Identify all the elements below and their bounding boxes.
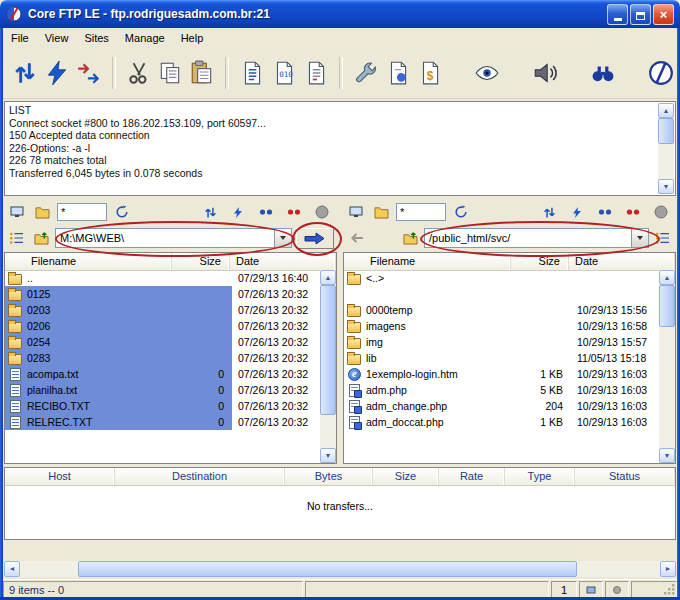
- quick-connect-button[interactable]: [41, 55, 73, 91]
- scroll-thumb[interactable]: [658, 118, 674, 144]
- file-row[interactable]: img10/29/13 15:57: [344, 334, 659, 350]
- scroll-track[interactable]: [659, 285, 675, 448]
- scroll-track[interactable]: [658, 118, 674, 179]
- up-directory-icon[interactable]: [31, 228, 51, 248]
- quick-transfer-icon[interactable]: [567, 202, 587, 222]
- stop-icon[interactable]: [312, 202, 332, 222]
- file-row[interactable]: adm.php5 KB10/29/13 16:03: [344, 382, 659, 398]
- file-row[interactable]: adm_doccat.php1 KB10/29/13 16:03: [344, 414, 659, 430]
- transfer-updown-icon[interactable]: [539, 202, 559, 222]
- local-path-combo[interactable]: M:\MG\WEB\: [55, 228, 292, 248]
- search-button[interactable]: [587, 55, 619, 91]
- transfer-right-button[interactable]: [296, 228, 334, 249]
- file-row[interactable]: <..>: [344, 270, 659, 286]
- scroll-left-icon[interactable]: ◄: [4, 561, 20, 577]
- close-button[interactable]: ×: [653, 4, 674, 25]
- file-row[interactable]: 028307/26/13 20:32: [5, 350, 320, 366]
- menu-manage[interactable]: Manage: [117, 30, 173, 46]
- bottom-scrollbar[interactable]: ◄ ►: [4, 561, 676, 577]
- menu-view[interactable]: View: [37, 30, 77, 46]
- maximize-button[interactable]: [630, 4, 651, 25]
- view-file-button[interactable]: [236, 55, 268, 91]
- new-folder-icon[interactable]: [32, 202, 52, 222]
- quick-transfer-icon[interactable]: [228, 202, 248, 222]
- queue-column-rate[interactable]: Rate: [439, 468, 505, 485]
- file-row[interactable]: RECIBO.TXT007/26/13 20:32: [5, 398, 320, 414]
- file-row[interactable]: RELREC.TXT007/26/13 20:32: [5, 414, 320, 430]
- dropdown-arrow-icon[interactable]: [631, 229, 648, 247]
- dequeue-dots-icon[interactable]: [284, 202, 304, 222]
- about-button[interactable]: [645, 55, 677, 91]
- options-button[interactable]: [350, 55, 382, 91]
- file-row[interactable]: 012507/26/13 20:32: [5, 286, 320, 302]
- queue-column-status[interactable]: Status: [575, 468, 675, 485]
- back-icon[interactable]: [346, 228, 366, 248]
- new-folder-icon[interactable]: [371, 202, 391, 222]
- scroll-track[interactable]: [20, 561, 660, 577]
- resize-grip[interactable]: [663, 583, 675, 597]
- queue-column-size[interactable]: Size: [373, 468, 439, 485]
- remote-filemask-input[interactable]: [396, 203, 446, 221]
- local-list-scrollbar[interactable]: ▲ ▼: [320, 270, 336, 463]
- scroll-up-icon[interactable]: ▲: [320, 270, 336, 285]
- queue-column-destination[interactable]: Destination: [115, 468, 285, 485]
- scroll-up-icon[interactable]: ▲: [658, 103, 674, 118]
- column-header-date[interactable]: Date: [230, 253, 336, 270]
- column-header-date[interactable]: Date: [569, 253, 675, 270]
- dropdown-arrow-icon[interactable]: [274, 229, 291, 247]
- scroll-track[interactable]: [320, 285, 336, 448]
- scroll-thumb[interactable]: [320, 285, 336, 415]
- scroll-down-icon[interactable]: ▼: [320, 448, 336, 463]
- log-scrollbar[interactable]: ▲ ▼: [658, 103, 674, 194]
- file-row[interactable]: 020307/26/13 20:32: [5, 302, 320, 318]
- column-header-filename[interactable]: Filename: [5, 253, 172, 270]
- transfer-updown-icon[interactable]: [200, 202, 220, 222]
- refresh-icon[interactable]: [112, 202, 132, 222]
- file-row[interactable]: adm_change.php20410/29/13 16:03: [344, 398, 659, 414]
- remote-list-scrollbar[interactable]: ▲ ▼: [659, 270, 675, 463]
- file-row[interactable]: acompa.txt007/26/13 20:32: [5, 366, 320, 382]
- paste-button[interactable]: [186, 55, 218, 91]
- file-row[interactable]: lib11/05/13 15:18: [344, 350, 659, 366]
- remote-path-combo[interactable]: /public_html/svc/: [424, 228, 649, 248]
- file-row[interactable]: [344, 286, 659, 302]
- file-row[interactable]: imagens10/29/13 16:58: [344, 318, 659, 334]
- column-header-size[interactable]: Size: [172, 253, 230, 270]
- file-row[interactable]: 1exemplo-login.htm1 KB10/29/13 16:03: [344, 366, 659, 382]
- cut-button[interactable]: [123, 55, 155, 91]
- column-header-filename[interactable]: Filename: [344, 253, 511, 270]
- reconnect-button[interactable]: [73, 55, 105, 91]
- minimize-button[interactable]: [607, 4, 628, 25]
- queue-column-type[interactable]: Type: [505, 468, 575, 485]
- custom-commands-button[interactable]: $: [414, 55, 446, 91]
- view-binary-button[interactable]: 010: [268, 55, 300, 91]
- details-view-icon[interactable]: [653, 228, 673, 248]
- view-button[interactable]: [472, 55, 504, 91]
- refresh-icon[interactable]: [451, 202, 471, 222]
- details-view-icon[interactable]: [7, 228, 27, 248]
- column-header-size[interactable]: Size: [511, 253, 569, 270]
- sounds-button[interactable]: [529, 55, 561, 91]
- scroll-thumb[interactable]: [78, 561, 577, 577]
- scroll-thumb[interactable]: [659, 285, 675, 327]
- scroll-down-icon[interactable]: ▼: [659, 448, 675, 463]
- menu-sites[interactable]: Sites: [76, 30, 116, 46]
- stop-icon[interactable]: [651, 202, 671, 222]
- menu-help[interactable]: Help: [173, 30, 212, 46]
- copy-button[interactable]: [155, 55, 187, 91]
- computer-icon[interactable]: [7, 202, 27, 222]
- file-row[interactable]: ..07/29/13 16:40: [5, 270, 320, 286]
- dequeue-dots-icon[interactable]: [623, 202, 643, 222]
- view-log-button[interactable]: [300, 55, 332, 91]
- site-manager-button[interactable]: [9, 55, 41, 91]
- computer-icon[interactable]: [346, 202, 366, 222]
- scroll-up-icon[interactable]: ▲: [659, 270, 675, 285]
- copy-url-button[interactable]: [382, 55, 414, 91]
- up-directory-icon[interactable]: [400, 228, 420, 248]
- local-filemask-input[interactable]: [57, 203, 107, 221]
- scroll-right-icon[interactable]: ►: [660, 561, 676, 577]
- queue-dots-icon[interactable]: [256, 202, 276, 222]
- file-row[interactable]: 0000temp10/29/13 15:56: [344, 302, 659, 318]
- scroll-down-icon[interactable]: ▼: [658, 179, 674, 194]
- menu-file[interactable]: File: [3, 30, 37, 46]
